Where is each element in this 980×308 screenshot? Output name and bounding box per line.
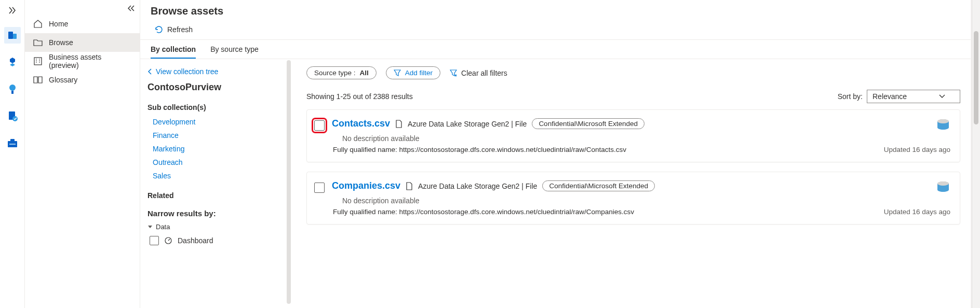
- sub-collections-list: Development Finance Marketing Outreach S…: [147, 117, 285, 181]
- nav-home[interactable]: Home: [25, 15, 140, 33]
- add-filter-button[interactable]: Add filter: [386, 66, 440, 79]
- sort-select[interactable]: Relevance: [867, 90, 960, 103]
- building-icon: [33, 57, 43, 66]
- asset-type: Azure Data Lake Storage Gen2 | File: [418, 182, 537, 190]
- svg-rect-3: [11, 91, 14, 94]
- svg-rect-0: [8, 32, 13, 39]
- asset-checkbox[interactable]: [314, 120, 325, 131]
- collection-name: ContosoPurview: [147, 82, 285, 93]
- facet-label: Dashboard: [178, 236, 213, 245]
- side-nav: Home Browse Business assets (preview) Gl…: [25, 0, 140, 308]
- svg-rect-7: [10, 139, 15, 142]
- asset-card: Contacts.csv Azure Data Lake Storage Gen…: [306, 109, 960, 162]
- asset-name-link[interactable]: Contacts.csv: [332, 118, 390, 129]
- refresh-icon: [155, 25, 163, 34]
- home-icon: [33, 19, 43, 29]
- sub-collection-link[interactable]: Development: [147, 117, 285, 127]
- tab-by-collection[interactable]: By collection: [151, 40, 196, 59]
- nav-label: Glossary: [49, 76, 77, 84]
- svg-point-14: [937, 181, 949, 186]
- storage-type-icon: [936, 179, 950, 194]
- collapse-nav-button[interactable]: [126, 3, 137, 13]
- asset-checkbox[interactable]: [314, 183, 325, 193]
- icon-rail: [0, 0, 25, 308]
- asset-updated: Updated 16 days ago: [884, 208, 950, 216]
- asset-card: Companies.csv Azure Data Lake Storage Ge…: [306, 172, 960, 225]
- view-collection-tree-link[interactable]: View collection tree: [147, 67, 285, 76]
- nav-label: Business assets (preview): [49, 53, 131, 69]
- classification-pill: Confidential\Microsoft Extended: [542, 180, 655, 191]
- collection-panel: View collection tree ContosoPurview Sub …: [140, 59, 291, 308]
- filter-row: Source type : All Add filter Clear all f…: [306, 66, 960, 79]
- results-meta: Showing 1-25 out of 2388 results Sort by…: [306, 90, 960, 103]
- file-icon: [406, 182, 413, 190]
- expand-rail-button[interactable]: [4, 4, 21, 17]
- chevron-down-icon: [939, 94, 945, 99]
- svg-rect-1: [13, 34, 17, 39]
- refresh-label: Refresh: [167, 25, 193, 34]
- facet-item: Dashboard: [147, 235, 285, 246]
- sub-collection-link[interactable]: Sales: [147, 171, 285, 181]
- page-header: Browse assets: [140, 0, 971, 19]
- main: Browse assets Refresh By collection By s…: [140, 0, 971, 308]
- page-title: Browse assets: [151, 5, 960, 17]
- filter-add-icon: [394, 69, 401, 77]
- sub-collection-link[interactable]: Outreach: [147, 157, 285, 167]
- asset-description: No description available: [342, 197, 950, 205]
- narrow-results-heading: Narrow results by:: [147, 209, 285, 218]
- folder-icon: [33, 38, 43, 47]
- refresh-button[interactable]: Refresh: [151, 23, 197, 36]
- chevron-left-icon: [147, 68, 153, 75]
- nav-browse[interactable]: Browse: [25, 33, 140, 52]
- asset-fqn: Fully qualified name: https://contososto…: [333, 208, 634, 216]
- nav-glossary[interactable]: Glossary: [25, 71, 140, 89]
- facet-group[interactable]: Data: [147, 223, 285, 231]
- asset-description: No description available: [342, 134, 950, 143]
- asset-updated: Updated 16 days ago: [884, 146, 950, 153]
- svg-point-12: [937, 119, 949, 123]
- caret-down-icon: [147, 225, 153, 229]
- asset-name-link[interactable]: Companies.csv: [332, 180, 400, 191]
- scrollbar[interactable]: [972, 0, 980, 308]
- toolbar: Refresh: [140, 19, 971, 40]
- asset-type: Azure Data Lake Storage Gen2 | File: [408, 120, 527, 128]
- facet-checkbox[interactable]: [150, 236, 159, 245]
- related-heading: Related: [147, 191, 285, 200]
- asset-fqn: Fully qualified name: https://contososto…: [333, 146, 626, 153]
- svg-rect-8: [9, 144, 16, 145]
- sort-label: Sort by:: [838, 92, 863, 101]
- source-type-filter[interactable]: Source type : All: [306, 66, 377, 79]
- results-count: Showing 1-25 out of 2388 results: [306, 92, 413, 101]
- nav-business-assets[interactable]: Business assets (preview): [25, 52, 140, 71]
- gauge-icon: [164, 236, 172, 245]
- clear-filters-button[interactable]: Clear all filters: [450, 69, 507, 77]
- book-icon: [33, 75, 43, 85]
- storage-type-icon: [936, 117, 950, 132]
- sub-collection-link[interactable]: Marketing: [147, 144, 285, 154]
- svg-point-2: [9, 85, 16, 91]
- rail-policy-icon[interactable]: [4, 108, 21, 124]
- svg-rect-9: [34, 58, 42, 65]
- sub-collections-heading: Sub collection(s): [147, 103, 285, 111]
- chevron-double-left-icon: [128, 5, 135, 11]
- tab-by-source-type[interactable]: By source type: [210, 40, 259, 59]
- rail-insights-icon[interactable]: [4, 81, 21, 97]
- file-icon: [395, 120, 402, 128]
- rail-data-catalog-icon[interactable]: [4, 27, 21, 44]
- scrollbar-thumb[interactable]: [974, 31, 978, 124]
- rail-management-icon[interactable]: [4, 135, 21, 151]
- sub-collection-link[interactable]: Finance: [147, 130, 285, 141]
- chevron-double-right-icon: [8, 7, 17, 14]
- tabs: By collection By source type: [140, 40, 971, 59]
- filter-clear-icon: [450, 69, 457, 77]
- rail-data-map-icon[interactable]: [4, 54, 21, 71]
- nav-label: Home: [49, 20, 68, 28]
- results-area: Source type : All Add filter Clear all f…: [291, 59, 971, 308]
- nav-label: Browse: [49, 38, 73, 47]
- classification-pill: Confidential\Microsoft Extended: [532, 118, 645, 129]
